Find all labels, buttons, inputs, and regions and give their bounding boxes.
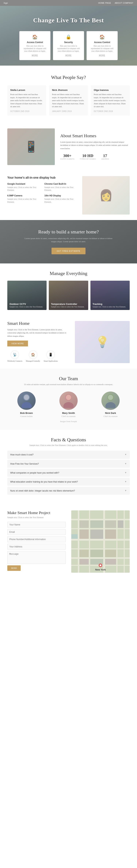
- team-role-1: Chief Accountant: [49, 415, 88, 417]
- hub-item-0: Google Assistant Sample text. Click to s…: [7, 183, 41, 192]
- manage-card-2: Tracking Sample text. Click to select th…: [90, 281, 130, 310]
- smart-icon-label-1: Managed Centrally: [26, 360, 40, 362]
- testimonial-2: Olga Ivanova Proin sed libero enim sed f…: [91, 85, 130, 116]
- chevron-down-icon-0: ▼: [125, 453, 127, 456]
- stat-1: 10 HD TYPES OF HOMES: [80, 153, 96, 160]
- manage-cards: Outdoor CCTV Sample text. Click to selec…: [7, 281, 130, 310]
- cta-section: Ready to build a smarter home? Lorem ips…: [0, 220, 137, 264]
- team-subtitle: Ut enim ad minim veniam, quis nostrud ex…: [23, 383, 114, 386]
- hub-item-title-2: 6.5MP Camera: [7, 194, 41, 197]
- smart-section: Smart Home Sample text. Click to the Tex…: [0, 315, 137, 369]
- faq-item-3[interactable]: What education and/or training do you ha…: [7, 478, 130, 486]
- hero-card-icon-2: 🏠: [89, 34, 115, 39]
- about-stats: 300+ HAPPY CLIENTS 10 HD TYPES OF HOMES …: [60, 153, 130, 160]
- testimonial-date-1: JANUARY 23RD 2019: [52, 110, 85, 112]
- contact-address-input[interactable]: [7, 544, 66, 550]
- contact-email-input[interactable]: [7, 529, 66, 535]
- faq-question-4: Nunc et oreet nibh dolor. Integer iaculi…: [10, 490, 75, 492]
- svg-rect-23: [80, 530, 89, 539]
- manage-card-title-0: Outdoor CCTV: [9, 303, 43, 305]
- svg-rect-32: [105, 550, 116, 557]
- chevron-down-icon-4: ▼: [125, 489, 127, 492]
- testimonial-date-0: OCTOBER 2ND 2019: [10, 110, 43, 112]
- hub-item-1: Chrome Cast Built-In Sample text. Click …: [44, 183, 79, 192]
- stat-2: 17 AWARDS: [101, 153, 109, 160]
- hero-card-title-0: Access Control: [22, 41, 48, 43]
- hero-card-text-2: Duis aute irure dolor in reprehenderit i…: [89, 45, 115, 52]
- hero-card-text-1: Duis aute irure dolor in reprehenderit i…: [55, 45, 82, 52]
- stat-number-0: 300+: [60, 153, 74, 158]
- svg-point-1: [21, 402, 32, 408]
- about-content: About Smart Homes Lorem ipsum dolor sit …: [60, 133, 130, 160]
- testimonials-list: Stella Larson Proin sed libero enim sed …: [7, 85, 130, 116]
- hero-card-link-2[interactable]: MORE: [99, 54, 105, 57]
- faq-list: How much does it cost? ▼ How Free Are Yo…: [7, 451, 130, 495]
- contact-name-input[interactable]: [7, 522, 66, 528]
- svg-rect-29: [105, 521, 116, 528]
- team-section: Our Team Ut enim ad minim veniam, quis n…: [0, 369, 137, 430]
- svg-point-5: [66, 395, 71, 400]
- stat-label-0: HAPPY CLIENTS: [60, 158, 74, 160]
- avatar-mary: [59, 392, 78, 410]
- hero-card-icon-1: 🔒: [55, 34, 82, 39]
- hero-card-link-1[interactable]: MORE: [65, 54, 72, 57]
- about-image: 📱: [7, 128, 55, 165]
- hero-card-link-0[interactable]: MORE: [32, 54, 38, 57]
- svg-text:New York: New York: [95, 568, 106, 571]
- testimonial-name-1: Nick Jhonson: [52, 89, 85, 91]
- contact-title: Make Smart Home Project: [7, 510, 66, 515]
- svg-rect-31: [105, 530, 116, 539]
- stat-label-2: AWARDS: [101, 158, 109, 160]
- cta-title: Ready to build a smarter home?: [7, 229, 130, 235]
- svg-point-7: [105, 402, 116, 408]
- testimonial-date-2: OCTOBER 2ND 2019: [94, 110, 127, 112]
- contact-phone-input[interactable]: [7, 536, 66, 542]
- faq-subtitle: Sample text. Click to select the Text El…: [7, 444, 130, 446]
- faq-item-4[interactable]: Nunc et oreet nibh dolor. Integer iaculi…: [7, 487, 130, 495]
- managed-icon: 🏠: [29, 350, 37, 359]
- contact-submit-button[interactable]: SEND: [7, 565, 20, 571]
- faq-item-2[interactable]: What companies or people have you worked…: [7, 469, 130, 477]
- manage-card-text-1: Sample text. Click to select the Text El…: [51, 306, 84, 308]
- apps-icon: 📱: [46, 350, 55, 359]
- hub-content: Your home's all-in-one display hub Googl…: [7, 176, 79, 204]
- hub-item-title-1: Chrome Cast Built-In: [44, 183, 79, 185]
- cta-text: Lorem ipsum dolor sit amet, consectetur …: [23, 237, 114, 243]
- hub-item-title-3: 10in HD Display: [44, 194, 79, 197]
- testimonial-text-1: Proin sed libero enim sed faucibus turpi…: [52, 93, 85, 108]
- team-name-0: Bob Brown: [7, 412, 46, 414]
- contact-section: Make Smart Home Project Sample text. Cli…: [0, 503, 137, 580]
- nav-about[interactable]: ABOUT COMPANY: [115, 2, 133, 4]
- hero-card-title-2: Access Control: [89, 41, 115, 43]
- hub-grid: Google Assistant Sample text. Click to s…: [7, 183, 79, 204]
- svg-rect-27: [80, 559, 89, 564]
- manage-section: Manage Everything Outdoor CCTV Sample te…: [0, 264, 137, 315]
- stat-number-1: 10 HD: [80, 153, 96, 158]
- hero-title: Change Live To The Best: [7, 17, 130, 24]
- team-role-2: Chief Accountant: [91, 415, 130, 417]
- hub-item-title-0: Google Assistant: [7, 183, 41, 185]
- contact-message-input[interactable]: [7, 551, 66, 564]
- testimonials-section: What People Say? Stella Larson Proin sed…: [0, 66, 137, 123]
- smart-button[interactable]: VIEW MORE: [7, 341, 28, 346]
- faq-item-0[interactable]: How much does it cost? ▼: [7, 451, 130, 459]
- faq-question-3: What education and/or training do you ha…: [10, 480, 78, 483]
- testimonial-name-2: Olga Ivanova: [94, 89, 127, 91]
- contact-content: Make Smart Home Project Sample text. Cli…: [7, 510, 66, 573]
- manage-card-text-0: Sample text. Click to select the Text El…: [9, 306, 43, 308]
- team-card-2: Nick Dark Chief Accountant: [91, 392, 130, 417]
- svg-rect-22: [90, 521, 103, 528]
- cta-button[interactable]: GET FREE ESTIMATE: [51, 248, 85, 254]
- smart-icon-2: 📱 Smart Applications: [44, 350, 58, 362]
- hub-item-text-2: Sample text. Click to select the Text El…: [7, 198, 41, 203]
- nav-home[interactable]: HOME PAGE: [98, 2, 111, 4]
- about-text: Lorem ipsum dolor sit amet, consectetur …: [60, 141, 130, 150]
- logo: logo: [4, 1, 8, 4]
- hero-card-0: 🏠 Access Control Duis aute irure dolor i…: [19, 31, 50, 60]
- svg-point-8: [108, 395, 113, 400]
- faq-item-1[interactable]: How Free Are Your Services? ▼: [7, 460, 130, 468]
- about-section: 📱 About Smart Homes Lorem ipsum dolor si…: [0, 123, 137, 170]
- faq-section: Facts & Questions Sample text. Click to …: [0, 430, 137, 503]
- hero-card-icon-0: 🏠: [22, 34, 48, 39]
- team-name-1: Mary Smith: [49, 412, 88, 414]
